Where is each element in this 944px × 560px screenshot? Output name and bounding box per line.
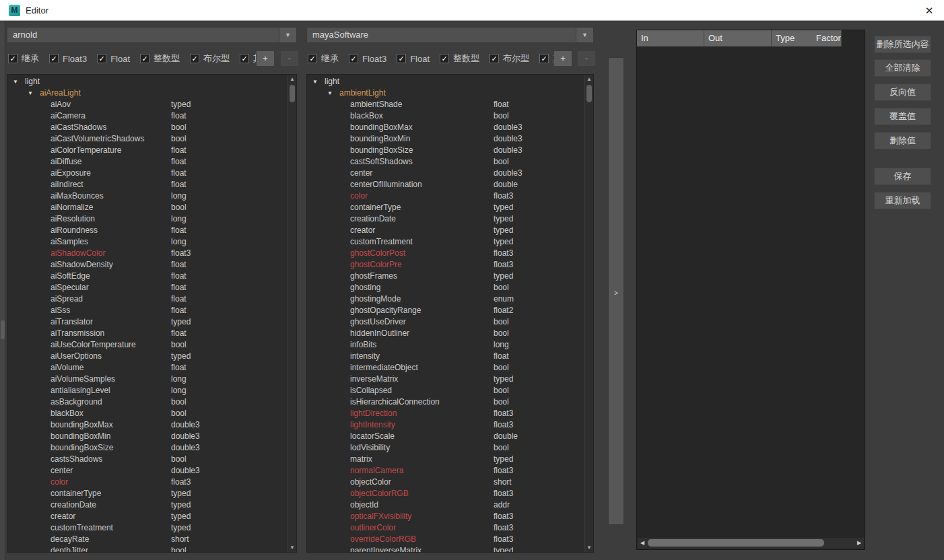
attribute-row[interactable]: isCollapsed bool [307, 385, 593, 396]
attribute-row[interactable]: aiColorTemperature float [7, 145, 296, 156]
attribute-row[interactable]: lightIntensity float3 [307, 419, 593, 431]
delete-value-button[interactable]: 删除值 [874, 132, 931, 149]
attribute-row[interactable]: aiVolume float [7, 362, 296, 374]
tree-root-row[interactable]: ▼ light [307, 76, 593, 88]
attribute-row[interactable]: decayRate short [7, 534, 296, 545]
attribute-row[interactable]: opticalFXvisibility float3 [307, 511, 593, 522]
left-renderer-dropdown[interactable]: arnold ▼ [7, 27, 297, 43]
attribute-row[interactable]: castsShadows bool [7, 454, 296, 465]
attribute-row[interactable]: aiIndirect float [7, 179, 296, 190]
attribute-row[interactable]: blackBox bool [7, 408, 296, 419]
attribute-row[interactable]: infoBits long [307, 339, 593, 351]
scroll-up-icon[interactable]: ▲ [585, 75, 593, 83]
right-tree-scrollbar[interactable]: ▲ ▼ [584, 75, 593, 552]
scrollbar-thumb[interactable] [648, 539, 824, 547]
attribute-row[interactable]: ghostUseDriver bool [307, 316, 593, 328]
attribute-row[interactable]: ghosting bool [307, 282, 593, 293]
attribute-row[interactable]: antialiasingLevel long [7, 385, 296, 396]
attribute-row[interactable]: aiUseColorTemperature bool [7, 339, 296, 351]
attribute-row[interactable]: overrideColorRGB float3 [307, 534, 593, 545]
column-header[interactable]: Out [704, 30, 772, 46]
checkbox-icon[interactable]: ✓ [140, 54, 149, 63]
edge-drag-handle[interactable] [1, 320, 5, 339]
checkbox-icon[interactable]: ✓ [49, 54, 59, 63]
checkbox-icon[interactable]: ✓ [490, 54, 499, 63]
attribute-row[interactable]: lodVisibility bool [307, 442, 593, 454]
checkbox-icon[interactable]: ✓ [308, 54, 317, 63]
expand-triangle-icon[interactable]: ▼ [327, 88, 333, 99]
chevron-down-icon[interactable]: ▼ [279, 28, 296, 42]
left-add-filter-button[interactable]: + [256, 50, 275, 67]
right-add-filter-button[interactable]: + [553, 50, 572, 67]
save-button[interactable]: 保存 [874, 168, 931, 185]
attribute-row[interactable]: aiMaxBounces long [7, 190, 296, 202]
filter-checkbox-item[interactable]: ✓ Float [397, 54, 430, 64]
column-header[interactable]: In [637, 30, 704, 46]
left-tree-scrollbar[interactable]: ▲ ▼ [288, 75, 296, 552]
attribute-row[interactable]: parentInverseMatrix typed [307, 545, 593, 553]
attribute-row[interactable]: boundingBoxMin double3 [307, 133, 593, 145]
tree-group-row[interactable]: ▼ ambientLight [307, 88, 593, 99]
attribute-row[interactable]: blackBox bool [307, 110, 593, 122]
right-renderer-dropdown[interactable]: mayaSoftware ▼ [306, 27, 594, 43]
attribute-row[interactable]: ghostColorPost float3 [307, 248, 593, 259]
attribute-row[interactable]: aiCastVolumetricShadows bool [7, 133, 296, 145]
chevron-down-icon[interactable]: ▼ [576, 28, 593, 42]
scroll-left-icon[interactable]: ◀ [638, 538, 647, 549]
attribute-row[interactable]: ghostingMode enum [307, 293, 593, 305]
attribute-row[interactable]: castSoftShadows bool [307, 156, 593, 168]
attribute-row[interactable]: lightDirection float3 [307, 408, 593, 419]
filter-checkbox-item[interactable]: ✓ 布尔型 [190, 53, 230, 65]
attribute-row[interactable]: inverseMatrix typed [307, 374, 593, 385]
attribute-row[interactable]: ghostFrames typed [307, 271, 593, 282]
attribute-row[interactable]: customTreatment typed [307, 236, 593, 248]
attribute-row[interactable]: aiSoftEdge float [7, 271, 296, 282]
attribute-row[interactable]: containerType typed [7, 488, 296, 499]
attribute-row[interactable]: containerType typed [307, 202, 593, 213]
checkbox-icon[interactable]: ✓ [8, 54, 18, 63]
attribute-row[interactable]: center double3 [7, 465, 296, 477]
attribute-row[interactable]: center double3 [307, 168, 593, 179]
attribute-row[interactable]: outlinerColor float3 [307, 522, 593, 534]
filter-checkbox-item[interactable]: ✓ Float3 [49, 54, 87, 64]
scroll-down-icon[interactable]: ▼ [585, 543, 593, 552]
attribute-row[interactable]: aiTransmission float [7, 328, 296, 339]
left-remove-filter-button[interactable]: - [280, 50, 299, 67]
filter-checkbox-item[interactable]: ✓ 继承 [308, 53, 339, 65]
clear-all-button[interactable]: 全部清除 [874, 59, 931, 77]
attribute-row[interactable]: objectColor short [307, 477, 593, 488]
attribute-row[interactable]: creationDate typed [7, 499, 296, 511]
checkbox-icon[interactable]: ✓ [349, 54, 358, 63]
filter-checkbox-item[interactable]: ✓ 整数型 [140, 53, 180, 65]
column-header[interactable]: Factor [812, 30, 842, 46]
close-icon[interactable]: ✕ [918, 0, 940, 21]
attribute-row[interactable]: aiExposure float [7, 168, 296, 179]
attribute-row[interactable]: aiDiffuse float [7, 156, 296, 168]
attribute-row[interactable]: ambientShade float [307, 99, 593, 110]
filter-checkbox-item[interactable]: ✓ Float3 [349, 54, 386, 64]
attribute-row[interactable]: aiAov typed [7, 99, 296, 110]
checkbox-icon[interactable]: ✓ [397, 54, 406, 63]
attribute-row[interactable]: intermediateObject bool [307, 362, 593, 374]
scroll-right-icon[interactable]: ▶ [854, 538, 864, 549]
attribute-row[interactable]: matrix typed [307, 454, 593, 465]
attribute-row[interactable]: aiVolumeSamples long [7, 374, 296, 385]
attribute-row[interactable]: asBackground bool [7, 396, 296, 408]
tree-group-row[interactable]: ▼ aiAreaLight [7, 88, 296, 99]
checkbox-icon[interactable]: ✓ [539, 54, 549, 63]
attribute-row[interactable]: aiUserOptions typed [7, 351, 296, 362]
scrollbar-thumb[interactable] [586, 85, 592, 102]
attribute-row[interactable]: aiSamples long [7, 236, 296, 248]
attribute-row[interactable]: aiSpread float [7, 293, 296, 305]
attribute-row[interactable]: boundingBoxMax double3 [307, 122, 593, 133]
attribute-row[interactable]: locatorScale double [307, 431, 593, 442]
attribute-row[interactable]: aiRoundness float [7, 225, 296, 236]
attribute-row[interactable]: boundingBoxSize double3 [307, 145, 593, 156]
attribute-row[interactable]: aiSss float [7, 305, 296, 316]
attribute-row[interactable]: boundingBoxMin double3 [7, 431, 296, 442]
attribute-row[interactable]: ghostColorPre float3 [307, 259, 593, 271]
reload-button[interactable]: 重新加载 [874, 192, 931, 209]
attribute-row[interactable]: customTreatment typed [7, 522, 296, 534]
attribute-row[interactable]: normalCamera float3 [307, 465, 593, 477]
checkbox-icon[interactable]: ✓ [190, 54, 199, 63]
